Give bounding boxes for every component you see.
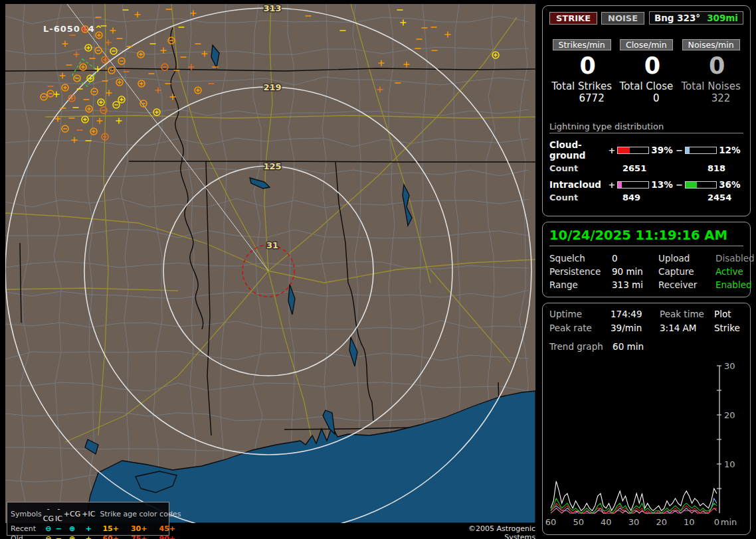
range-label: Range [549, 279, 612, 290]
minus-sign: − [676, 180, 683, 190]
storm-id: L-6050 [43, 24, 80, 34]
upload-status: Disabled [715, 253, 755, 264]
symbol-legend: Symbols -CG -IC +CG +IC Strike age color… [7, 502, 169, 536]
total-close-value: 0 [653, 92, 660, 104]
trend-y-tick-label: 10 [724, 459, 735, 469]
trend-series-total-strikes [551, 481, 717, 510]
peak-time-label: Peak time [660, 309, 714, 319]
receiver-label: Receiver [658, 279, 715, 290]
legend-symbol-icon: − [54, 524, 63, 534]
legend-symbol-icon: + [81, 524, 96, 534]
noise-button[interactable]: NOISE [601, 12, 644, 25]
ring-label-31: 31 [266, 240, 278, 250]
app-window: 31321912531 L-6050+4^ ©2005 Astrogenic S… [0, 0, 756, 539]
ring-label-219: 219 [263, 82, 281, 92]
legend-age-header: Strike age color codes [96, 504, 182, 524]
trend-panel: Uptime 174:49 Peak time Plot Peak rate 3… [542, 303, 751, 535]
uptime-value: 174:49 [611, 309, 660, 319]
age-code: 30+ [125, 524, 153, 533]
total-strikes-label: Total Strikes [551, 80, 612, 92]
legend-recent-row: Recent⊖−⊕+15+30+45+ [10, 524, 182, 534]
uptime-label: Uptime [549, 309, 611, 319]
cg-negative-bar [685, 147, 717, 154]
legend-old-row: Old⊖−⊕+60+75+90+ [10, 534, 182, 539]
legend-symbol-icon: + [81, 534, 96, 539]
persistence-label: Persistence [549, 266, 612, 277]
legend-symbol-icon: ⊖ [43, 524, 54, 534]
legend-row-label: Old [10, 534, 43, 539]
clock-panel: 10/24/2025 11:19:16 AM Squelch 0 Upload … [542, 222, 751, 297]
cg-positive-bar [617, 147, 649, 154]
legend-col-pcg: +CG [63, 504, 81, 524]
trend-x-unit-label: min [721, 517, 737, 527]
ic-positive-pct: 13% [651, 179, 676, 190]
capture-status: Active [715, 266, 755, 277]
cg-negative-pct: 12% [719, 145, 743, 155]
peak-rate-label: Peak rate [549, 323, 611, 333]
close-per-min-value: 0 [644, 52, 660, 79]
trend-graph: 1020306050403020100min [545, 359, 746, 537]
count-label: Count [549, 163, 613, 173]
strikes-per-min-value: 0 [579, 52, 595, 79]
legend-col-nic: -IC [54, 504, 63, 524]
noises-counter: Noises/min 0 Total Noises 322 [678, 39, 743, 104]
intracloud-label: Intracloud [549, 179, 608, 190]
legend-col-ncg: -CG [43, 504, 54, 524]
capture-label: Capture [658, 266, 715, 277]
datetime-display: 10/24/2025 11:19:16 AM [549, 228, 743, 246]
plus-sign: + [608, 145, 615, 155]
legend-symbol-icon: ⊕ [63, 524, 81, 534]
cg-positive-count: 2651 [613, 163, 680, 173]
age-code: 45+ [153, 524, 181, 533]
noises-per-min-chip: Noises/min [682, 39, 740, 50]
plus-sign: + [608, 180, 615, 190]
legend-symbols-header: Symbols [10, 504, 43, 524]
noises-per-min-value: 0 [709, 52, 725, 79]
copyright-text: ©2005 Astrogenic Systems [438, 524, 535, 539]
strike-button[interactable]: STRIKE [549, 12, 597, 25]
storm-marker-icon: + [80, 24, 88, 34]
ring-label-125: 125 [263, 161, 281, 171]
map-view[interactable]: 31321912531 L-6050+4^ [5, 4, 535, 523]
close-per-min-chip: Close/min [620, 39, 673, 50]
peak-time-value: 3:14 AM [660, 323, 714, 333]
minus-sign: − [676, 145, 683, 155]
stats-panel: STRIKE NOISE Bng 323°309mi Strikes/min 0… [542, 5, 751, 216]
trend-x-tick-label: 20 [656, 517, 667, 527]
plot-label: Plot [714, 309, 743, 319]
bearing-readout: Bng 323°309mi [649, 11, 743, 25]
cg-negative-count: 818 [680, 163, 725, 173]
upload-label: Upload [658, 253, 715, 264]
ic-negative-count: 2454 [680, 193, 731, 202]
ic-negative-pct: 36% [719, 179, 743, 190]
legend-symbol-icon: ⊖ [43, 534, 54, 539]
trend-window-value: 60 min [613, 341, 644, 352]
bearing-value: Bng 323° [654, 13, 700, 23]
intracloud-count-row: Count 849 2454 [549, 193, 743, 202]
age-code: 15+ [96, 524, 125, 533]
total-noises-value: 322 [711, 92, 731, 104]
peak-rate-value: 39/min [611, 323, 660, 333]
legend-row-label: Recent [10, 524, 43, 534]
cloud-ground-label: Cloud-ground [549, 139, 608, 161]
trend-x-tick-label: 30 [628, 517, 640, 527]
distribution-title: Lightning type distribution [549, 121, 743, 133]
storm-count: 4 [88, 24, 95, 34]
storm-trend-icon: ^ [95, 24, 103, 34]
age-code: 90+ [153, 534, 181, 539]
legend-age-codes: 15+30+45+ [96, 524, 182, 534]
strikes-per-min-chip: Strikes/min [553, 39, 611, 50]
trend-x-tick-label: 10 [684, 517, 695, 527]
trend-y-tick-label: 20 [724, 410, 735, 420]
bearing-range-value: 309mi [707, 13, 738, 23]
trend-x-tick-label: 40 [601, 517, 612, 527]
range-value: 313 mi [612, 279, 658, 290]
cloud-ground-row: Cloud-ground + 39% − 12% [549, 139, 743, 161]
close-counter: Close/min 0 Total Close 0 [614, 39, 678, 104]
trend-x-tick-label: 50 [573, 517, 584, 527]
strikes-counter: Strikes/min 0 Total Strikes 6772 [549, 39, 614, 104]
lightning-map: 31321912531 [5, 4, 535, 523]
trend-x-tick-label: 60 [545, 517, 556, 527]
age-code: 75+ [125, 534, 153, 539]
legend-age-codes: 60+75+90+ [96, 534, 182, 539]
